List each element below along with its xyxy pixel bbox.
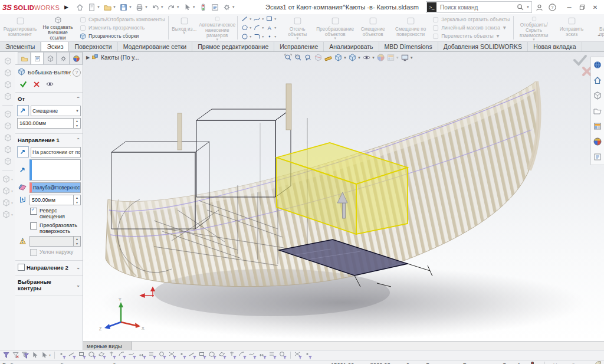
restore-button[interactable] [576,2,589,12]
spinner-buttons[interactable]: ▲▼ [73,195,80,205]
mirror-entities-button[interactable]: Зеркально отразить объекты [432,16,510,24]
solidworks-resources-tab[interactable] [592,58,603,71]
convert-entities-button[interactable]: Преобразование объектов▼ [316,15,354,41]
no-external-refs-button[interactable]: Не создавать внешние ссылки [39,15,77,41]
selection-filter-icon[interactable] [238,351,247,360]
tab-3d-views[interactable]: мерные виды [83,342,132,350]
view-palette-tab[interactable] [592,120,603,133]
home-tab[interactable] [592,74,603,87]
feature-tool-icon[interactable] [4,80,12,89]
help-icon[interactable]: ? [546,1,558,13]
from-reference-button[interactable] [17,105,29,116]
assembly-transparency-button[interactable]: Прозрачность сборки [79,32,165,40]
point-tool[interactable]: ▼ [265,32,277,41]
expand-arrow-icon[interactable]: ▶ [86,55,90,60]
translate-surface-checkbox[interactable]: Преобразовать поверхность [30,222,81,235]
close-button[interactable]: ✕ [589,2,602,12]
feature-tool-icon[interactable]: ▼ [2,198,14,207]
display-relations-button[interactable]: Отобразить/Скрыть взаимосвязи▼ [515,15,553,41]
selection-filter-icon[interactable] [278,351,287,360]
selection-filter-icon[interactable] [304,351,313,360]
feature-tool-icon[interactable] [4,133,12,142]
save-button[interactable]: ▼ [118,2,133,12]
feature-tool-icon[interactable] [4,122,12,130]
selection-filter-icon[interactable] [258,351,267,360]
previous-view-button[interactable] [304,53,313,62]
selection-filter-icon[interactable] [98,351,107,360]
design-library-tab[interactable] [592,89,603,102]
selection-filter-icon[interactable] [88,351,97,360]
selection-filter-icon[interactable] [58,351,67,360]
rect-tool[interactable]: ▼ [265,15,277,23]
rebuild-button[interactable] [198,2,209,12]
file-explorer-tab[interactable] [592,104,603,117]
panel-tab-appearance[interactable] [70,52,83,64]
selection-filter-icon[interactable] [148,351,157,360]
auto-dimension-button[interactable]: Автоматическое нанесение размеров▼ [198,15,236,41]
feature-tool-icon[interactable] [4,157,12,166]
search-icon[interactable] [514,1,526,13]
feature-tree-flyout[interactable]: ▶ Каюты (По у... [86,53,139,62]
tab-новая-вкладка[interactable]: Новая вкладка [528,42,582,51]
menu-flyout-icon[interactable]: ▶ [64,4,68,10]
direction-reference-button[interactable] [17,146,29,158]
search-dropdown-icon[interactable]: ▼ [526,5,530,9]
selection-filter-icon[interactable] [68,351,77,360]
custom-properties-tab[interactable] [592,150,603,163]
arc-tool[interactable]: ▼ [253,24,264,32]
exit-sketch-button[interactable]: Выход из...▼ [170,15,198,41]
feature-tool-icon[interactable]: ▼ [2,186,14,195]
ship-hull-model[interactable]: Y X Z [83,52,604,342]
polygon-tool[interactable]: ▼ [241,24,252,32]
selection-filter-icon[interactable] [228,351,237,360]
change-transparency-button[interactable]: Изменить прозрачность [79,24,165,32]
feature-tool-icon[interactable] [4,110,12,119]
feature-tool-icon[interactable] [4,57,12,65]
tab-анализировать[interactable]: Анализировать [324,42,379,51]
selection-filter-icon[interactable] [158,351,167,360]
search-input[interactable] [439,4,514,11]
selection-filter-icon[interactable] [21,351,29,359]
selection-filter-icon[interactable] [108,351,117,360]
line-tool[interactable]: ▼ [241,15,252,23]
textA-tool[interactable]: A▼ [265,24,277,32]
repair-sketch-button[interactable]: Исправить эскиз [553,15,590,41]
hide-show-items-button[interactable]: ▼ [362,53,375,62]
selection-filter-icon[interactable] [138,351,147,360]
login-icon[interactable] [533,1,545,13]
spline-tool[interactable]: ▼ [253,15,264,23]
edit-component-button[interactable]: Редактировать компонент [1,15,39,41]
tab-моделирование-сетки[interactable]: Моделирование сетки [118,42,193,51]
tab-элементы[interactable]: Элементы [0,42,41,51]
end-condition-combobox[interactable]: На расстоянии от поверх▼ [31,147,81,158]
move-entities-button[interactable]: Переместить объекты▼ [432,32,510,40]
panel-tab-property[interactable] [31,52,44,64]
zoom-fit-button[interactable] [284,53,293,62]
selection-filter-icon[interactable] [12,351,20,359]
feature-tool-icon[interactable]: ▼ [2,210,14,219]
zoom-area-button[interactable] [294,53,303,62]
reverse-offset-checkbox[interactable]: Реверс смещения [30,208,81,220]
expand-chevron-icon[interactable]: ⌄ [76,265,80,270]
apply-scene-button[interactable]: ▼ [386,53,399,62]
offset-surface-button[interactable]: Смещение по поверхности [392,15,429,41]
feature-tool-icon[interactable] [4,145,12,154]
direction-selection-list[interactable] [29,159,81,181]
spinner-buttons[interactable]: ▲▼ [73,119,80,128]
surface-selection-field[interactable]: Палуба@Поверхности^Ка [29,182,81,193]
tags-icon[interactable] [594,360,602,364]
selection-filter-icon[interactable] [268,351,277,360]
expand-chevron-icon[interactable]: ⌄ [76,283,80,288]
selection-filter-icon[interactable] [188,351,197,360]
selection-filter-icon[interactable] [198,351,207,360]
selection-filter-icon[interactable] [118,351,127,360]
tab-добавления-solidworks[interactable]: Добавления SOLIDWORKS [438,42,528,51]
feature-tool-icon[interactable] [4,68,12,77]
selection-filter-icon[interactable] [31,351,39,359]
panel-tab-configuration[interactable] [44,52,57,64]
selection-filter-icon[interactable] [208,351,217,360]
collapse-chevron-icon[interactable]: ⌃ [76,137,80,143]
from-offset-input[interactable]: 1630.00мм ▲▼ [17,118,81,129]
tab-поверхности[interactable]: Поверхности [69,42,117,51]
selection-filter-icon[interactable] [294,351,303,360]
